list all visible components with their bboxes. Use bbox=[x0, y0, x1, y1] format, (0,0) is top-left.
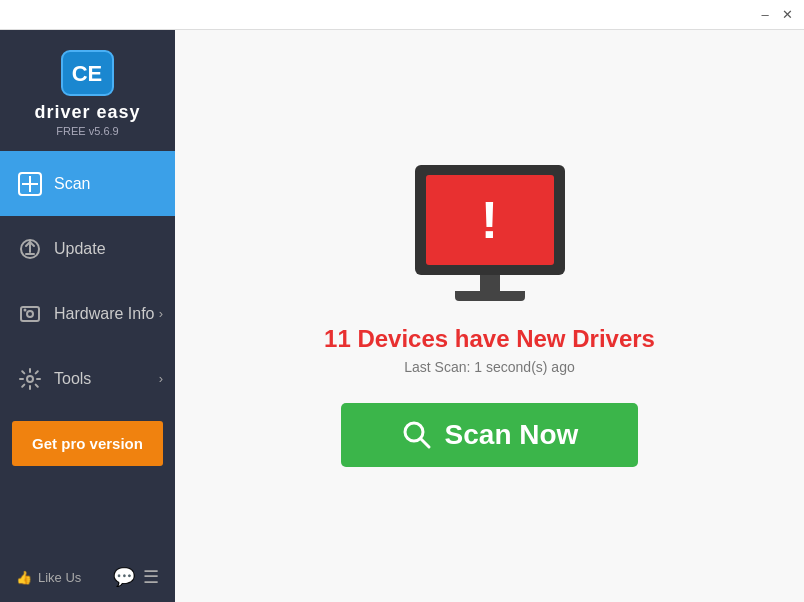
svg-rect-7 bbox=[21, 307, 39, 321]
get-pro-button[interactable]: Get pro version bbox=[12, 421, 163, 466]
list-icon[interactable]: ☰ bbox=[143, 566, 159, 588]
footer-icons: 💬 ☰ bbox=[113, 566, 159, 588]
svg-text:CE: CE bbox=[72, 61, 103, 86]
monitor-body: ! bbox=[415, 165, 565, 275]
logo-version: FREE v5.6.9 bbox=[56, 125, 118, 137]
svg-line-12 bbox=[421, 439, 429, 447]
monitor-neck bbox=[480, 275, 500, 291]
tools-nav-label: Tools bbox=[54, 370, 91, 388]
main-content: ! 11 Devices have New Drivers Last Scan:… bbox=[175, 30, 804, 602]
sidebar-footer: 👍 Like Us 💬 ☰ bbox=[0, 552, 175, 602]
monitor-foot bbox=[455, 291, 525, 301]
thumbs-up-icon: 👍 bbox=[16, 570, 32, 585]
sidebar-nav: Scan Update bbox=[0, 151, 175, 552]
tools-chevron-icon: › bbox=[159, 371, 163, 386]
last-scan-time: 1 second(s) ago bbox=[474, 359, 574, 375]
exclamation-icon: ! bbox=[481, 194, 498, 246]
scan-nav-label: Scan bbox=[54, 175, 90, 193]
app-body: CE driver easy FREE v5.6.9 Scan bbox=[0, 30, 804, 602]
logo-icon: CE bbox=[58, 48, 118, 98]
hardware-nav-icon bbox=[16, 300, 44, 328]
minimize-button[interactable]: – bbox=[756, 6, 774, 24]
update-nav-label: Update bbox=[54, 240, 106, 258]
scan-nav-icon bbox=[16, 170, 44, 198]
like-us-label: Like Us bbox=[38, 570, 81, 585]
chat-icon[interactable]: 💬 bbox=[113, 566, 135, 588]
tools-nav-icon bbox=[16, 365, 44, 393]
sidebar-item-hardware-info[interactable]: Hardware Info › bbox=[0, 281, 175, 346]
sidebar-item-update[interactable]: Update bbox=[0, 216, 175, 281]
sidebar: CE driver easy FREE v5.6.9 Scan bbox=[0, 30, 175, 602]
sidebar-logo: CE driver easy FREE v5.6.9 bbox=[0, 30, 175, 151]
scan-search-icon bbox=[401, 419, 433, 451]
svg-point-9 bbox=[24, 308, 27, 311]
like-us-button[interactable]: 👍 Like Us bbox=[16, 570, 81, 585]
sidebar-item-scan[interactable]: Scan bbox=[0, 151, 175, 216]
scan-now-label: Scan Now bbox=[445, 419, 579, 451]
last-scan-label: Last Scan: bbox=[404, 359, 474, 375]
alert-title: 11 Devices have New Drivers bbox=[324, 325, 655, 353]
logo-text: driver easy bbox=[34, 102, 140, 123]
hardware-nav-label: Hardware Info bbox=[54, 305, 155, 323]
svg-point-10 bbox=[27, 376, 33, 382]
monitor-illustration: ! bbox=[415, 165, 565, 301]
hardware-chevron-icon: › bbox=[159, 306, 163, 321]
title-bar: – ✕ bbox=[0, 0, 804, 30]
sidebar-item-tools[interactable]: Tools › bbox=[0, 346, 175, 411]
svg-point-8 bbox=[27, 311, 33, 317]
scan-now-button[interactable]: Scan Now bbox=[341, 403, 639, 467]
last-scan-text: Last Scan: 1 second(s) ago bbox=[404, 359, 574, 375]
update-nav-icon bbox=[16, 235, 44, 263]
close-button[interactable]: ✕ bbox=[778, 6, 796, 24]
monitor-screen: ! bbox=[426, 175, 554, 265]
